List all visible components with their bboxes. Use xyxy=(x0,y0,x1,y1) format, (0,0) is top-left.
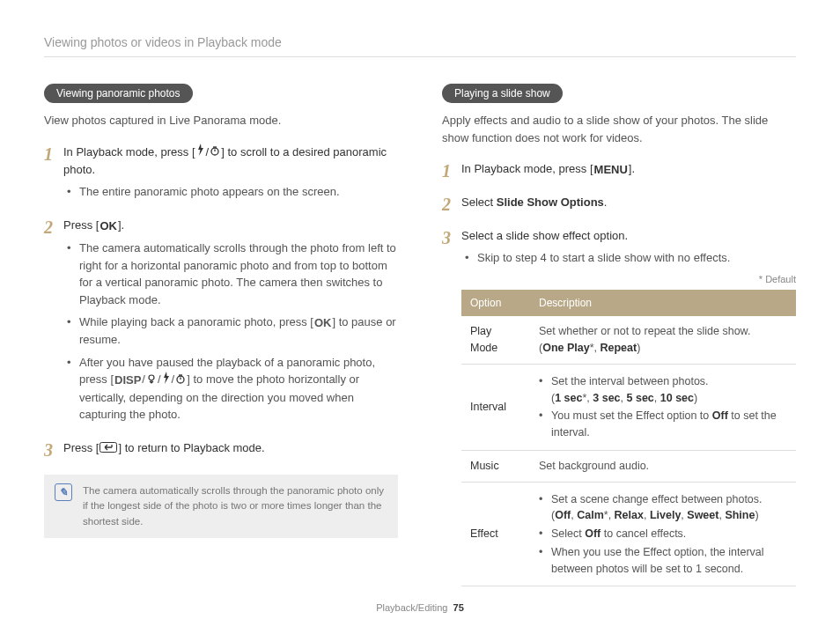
bullet: Skip to step 4 to start a slide show wit… xyxy=(465,249,796,267)
opt-effect-desc: Set a scene change effect between photos… xyxy=(530,482,796,586)
note-box: ✎ The camera automatically scrolls throu… xyxy=(44,475,398,538)
note-icon: ✎ xyxy=(55,483,72,501)
bullet: The entire panoramic photo appears on th… xyxy=(67,183,398,201)
table-row: Play Mode Set whether or not to repeat t… xyxy=(461,316,796,364)
bullet: While playing back a panoramic photo, pr… xyxy=(67,313,398,349)
opt-music-label: Music xyxy=(461,450,530,482)
timer-icon xyxy=(174,372,187,389)
left-column: Viewing panoramic photos View photos cap… xyxy=(44,84,398,597)
back-icon xyxy=(99,440,118,458)
note-text: The camera automatically scrolls through… xyxy=(83,483,387,529)
step-text: Select a slide show effect option. xyxy=(461,227,796,245)
table-row: Effect Set a scene change effect between… xyxy=(461,482,796,586)
step-text: Press [OK]. xyxy=(63,217,398,234)
step-number: 3 xyxy=(442,227,461,587)
table-row: Interval Set the interval between photos… xyxy=(461,364,796,450)
step-number: 1 xyxy=(44,144,63,206)
opt-interval-desc: Set the interval between photos. (1 sec*… xyxy=(530,364,796,450)
page-number: 75 xyxy=(453,602,464,613)
step-3-right: 3 Select a slide show effect option. Ski… xyxy=(442,227,796,587)
intro-panoramic: View photos captured in Live Panorama mo… xyxy=(44,112,398,129)
intro-slideshow: Apply effects and audio to a slide show … xyxy=(442,112,796,146)
step-number: 1 xyxy=(442,160,461,183)
step-number: 3 xyxy=(44,439,63,462)
default-label: * Default xyxy=(461,272,796,287)
right-column: Playing a slide show Apply effects and a… xyxy=(442,84,796,597)
step-text: In Playback mode, press [MENU]. xyxy=(461,160,796,178)
ok-icon: OK xyxy=(99,217,118,235)
bullet: The camera automatically scrolls through… xyxy=(67,240,398,308)
opt-playmode-label: Play Mode xyxy=(461,316,530,364)
timer-icon xyxy=(209,144,221,161)
step-text: In Playback mode, press [/] to scroll to… xyxy=(63,144,398,179)
step-text: Press [] to return to Playback mode. xyxy=(63,439,398,457)
opt-playmode-desc: Set whether or not to repeat the slide s… xyxy=(530,316,796,364)
breadcrumb: Viewing photos or videos in Playback mod… xyxy=(44,35,796,57)
options-table: Option Description Play Mode Set whether… xyxy=(461,290,796,586)
disp-icon: DISP xyxy=(114,372,142,389)
opt-interval-label: Interval xyxy=(461,364,530,450)
table-header-option: Option xyxy=(461,290,530,316)
step-number: 2 xyxy=(442,194,461,217)
opt-music-desc: Set background audio. xyxy=(530,450,796,482)
page-footer: Playback/Editing 75 xyxy=(0,602,840,613)
table-row: Music Set background audio. xyxy=(461,450,796,482)
step-1-left: 1 In Playback mode, press [/] to scroll … xyxy=(44,144,398,206)
step-1-right: 1 In Playback mode, press [MENU]. xyxy=(442,160,796,183)
menu-icon: MENU xyxy=(593,161,629,179)
step-number: 2 xyxy=(44,217,63,429)
step-3-left: 3 Press [] to return to Playback mode. xyxy=(44,439,398,462)
flash-icon xyxy=(195,144,206,161)
footer-section: Playback/Editing xyxy=(376,602,447,613)
bullet: After you have paused the playback of a … xyxy=(67,354,398,424)
step-text: Select Slide Show Options. xyxy=(461,194,796,211)
section-heading-panoramic: Viewing panoramic photos xyxy=(44,84,193,103)
section-heading-slideshow: Playing a slide show xyxy=(442,84,563,103)
ok-icon: OK xyxy=(313,314,333,332)
step-2-left: 2 Press [OK]. The camera automatically s… xyxy=(44,217,398,429)
flash-icon xyxy=(161,372,172,389)
opt-effect-label: Effect xyxy=(461,482,530,586)
table-header-description: Description xyxy=(530,290,796,316)
macro-icon xyxy=(145,372,158,389)
step-2-right: 2 Select Slide Show Options. xyxy=(442,194,796,217)
